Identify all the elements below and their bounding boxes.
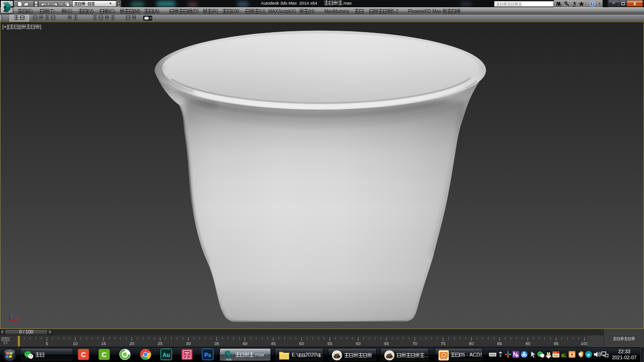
svg-text:40: 40 xyxy=(242,341,247,346)
svg-text:?: ? xyxy=(591,1,594,6)
svg-text:10: 10 xyxy=(73,341,78,346)
svg-text:z: z xyxy=(8,309,10,314)
svg-text:y: y xyxy=(11,314,12,317)
svg-text:85: 85 xyxy=(497,341,502,346)
svg-text:80: 80 xyxy=(469,341,474,346)
svg-text:Au: Au xyxy=(163,352,170,358)
svg-text:C: C xyxy=(81,351,86,358)
svg-text:x: x xyxy=(17,316,19,320)
svg-text:30: 30 xyxy=(186,341,191,346)
svg-text:55: 55 xyxy=(328,341,333,346)
svg-text:90: 90 xyxy=(525,341,530,346)
svg-text:65: 65 xyxy=(384,341,389,346)
svg-text:e: e xyxy=(587,352,590,357)
svg-text:50: 50 xyxy=(299,341,304,346)
svg-text:25: 25 xyxy=(158,341,163,346)
svg-text:Ps: Ps xyxy=(204,352,211,358)
svg-text:15: 15 xyxy=(101,341,106,346)
svg-text:C: C xyxy=(102,351,107,358)
svg-text:max: max xyxy=(226,358,232,361)
svg-text:20: 20 xyxy=(129,341,134,346)
svg-text:70: 70 xyxy=(412,341,417,346)
svg-text:95: 95 xyxy=(554,341,559,346)
svg-text:5: 5 xyxy=(46,341,48,346)
svg-text:35: 35 xyxy=(214,341,219,346)
svg-text:60: 60 xyxy=(356,341,361,346)
svg-text:75: 75 xyxy=(441,341,446,346)
svg-text:45: 45 xyxy=(271,341,276,346)
